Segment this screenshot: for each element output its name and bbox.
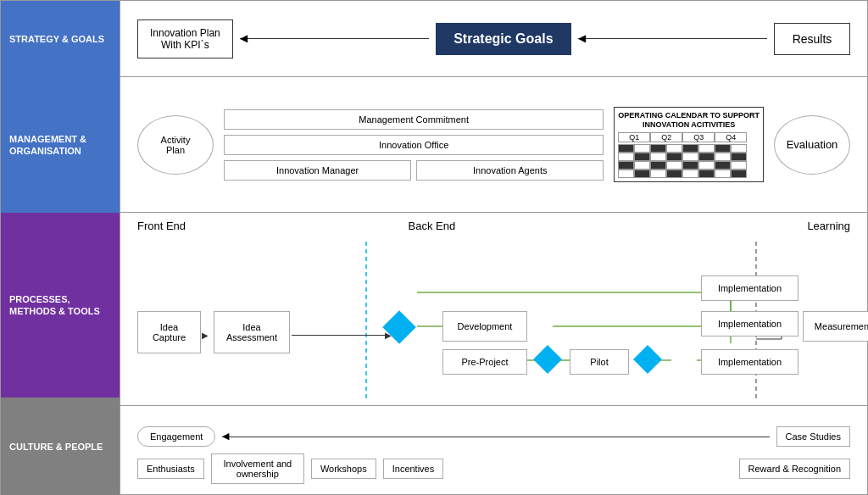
label-management: MANAGEMENT & ORGANISATION <box>1 77 120 213</box>
arrow-idea: ▶ <box>202 331 209 340</box>
innovation-manager-box: Innovation Manager <box>224 160 411 181</box>
strategy-row: Innovation PlanWith KPI`s ◀ Strategic Go… <box>120 1 867 77</box>
management-row: ActivityPlan Management Commitment Innov… <box>120 77 867 213</box>
reward-box: Reward & Recognition <box>739 459 850 479</box>
label-processes: PROCESSES, METHODS & TOOLS <box>1 213 120 398</box>
back-end-label: Back End <box>409 220 456 232</box>
engagement-oval: Engagement <box>137 426 215 447</box>
processes-row: Front End Back End Learning <box>120 213 867 406</box>
innovation-agents-box: Innovation Agents <box>416 160 604 181</box>
kpi-box: Innovation PlanWith KPI`s <box>137 19 233 58</box>
learning-label: Learning <box>807 220 850 232</box>
implementation-bot-box: Implementation <box>701 349 798 375</box>
arrow-assess-diamond: ▶ <box>292 331 392 340</box>
measurement-box: Measurement <box>803 311 868 342</box>
pilot-box: Pilot <box>570 349 629 375</box>
workshops-box: Workshops <box>311 459 376 479</box>
pre-project-box: Pre-Project <box>442 349 527 375</box>
case-studies-box: Case Studies <box>776 426 850 447</box>
front-end-label: Front End <box>137 220 186 232</box>
innovation-office-box: Innovation Office <box>224 135 604 155</box>
activity-plan-oval: ActivityPlan <box>137 115 214 175</box>
implementation-top-box: Implementation <box>701 275 798 301</box>
involvement-box: Involvement and ownership <box>211 453 304 484</box>
results-box: Results <box>774 23 850 55</box>
operating-calendar: OPERATING CALENDAR TO SUPPORTINNOVATION … <box>614 107 764 182</box>
enthusiasts-box: Enthusiasts <box>137 459 204 479</box>
implementation-mid-box: Implementation <box>701 311 798 336</box>
idea-assessment-box: Idea Assessment <box>214 311 290 353</box>
evaluation-oval: Evaluation <box>774 115 850 175</box>
incentives-box: Incentives <box>383 459 444 479</box>
idea-capture-box: Idea Capture <box>137 311 201 353</box>
label-strategy: STRATEGY & GOALS <box>1 1 120 77</box>
development-box: Development <box>442 311 527 342</box>
strategic-goals-box: Strategic Goals <box>436 23 571 55</box>
label-culture: CULTURE & PEOPLE <box>1 398 120 495</box>
management-commitment-box: Management Commitment <box>224 109 604 130</box>
culture-row: Engagement ◀ Case Studies Enthusiasts In… <box>120 406 867 495</box>
